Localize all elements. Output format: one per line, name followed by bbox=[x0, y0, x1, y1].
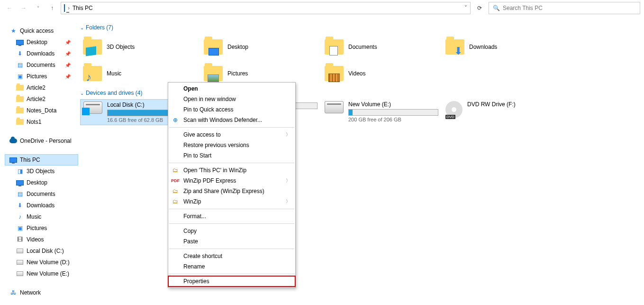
menu-item-label: Copy bbox=[183, 228, 197, 234]
drive-item[interactable]: New Volume (E:)200 GB free of 206 GB bbox=[322, 99, 443, 125]
folder-icon bbox=[83, 37, 102, 56]
nav-recent-button[interactable]: ˅ bbox=[32, 2, 44, 14]
item-label: 3D Objects bbox=[27, 168, 54, 175]
address-bar[interactable]: › This PC ˅ bbox=[61, 2, 471, 14]
folder-icon bbox=[325, 37, 344, 56]
nav-quick-item[interactable]: Article2 bbox=[5, 93, 78, 105]
nav-network-label: Network bbox=[20, 289, 41, 296]
nav-network[interactable]: 🖧 Network bbox=[5, 287, 78, 298]
nav-pc-item[interactable]: ▤Documents bbox=[5, 188, 78, 200]
this-pc-icon bbox=[9, 156, 17, 164]
item-label: Pictures bbox=[27, 73, 47, 80]
this-pc-icon bbox=[64, 5, 65, 11]
context-menu-item[interactable]: Open in new window bbox=[168, 94, 295, 104]
menu-item-label: WinZip PDF Express bbox=[183, 177, 236, 184]
nav-this-pc[interactable]: This PC bbox=[5, 154, 78, 166]
nav-pc-item[interactable]: ⬇Downloads bbox=[5, 200, 78, 211]
context-menu-item[interactable]: Copy bbox=[168, 226, 295, 236]
context-menu-item[interactable]: Open bbox=[168, 83, 295, 94]
item-icon: ◨ bbox=[16, 167, 24, 175]
context-menu-item[interactable]: 🗂Zip and Share (WinZip Express) bbox=[168, 186, 295, 196]
context-menu-item[interactable]: Rename bbox=[168, 261, 295, 272]
nav-quick-item[interactable]: Notes_Dota bbox=[5, 105, 78, 116]
folder-label: Desktop bbox=[227, 44, 248, 50]
item-icon bbox=[16, 259, 24, 266]
folder-icon: ♪ bbox=[83, 64, 102, 83]
folder-item[interactable]: Documents bbox=[322, 34, 443, 60]
nav-onedrive[interactable]: OneDrive - Personal bbox=[5, 135, 78, 147]
nav-pc-item[interactable]: New Volume (E:) bbox=[5, 268, 78, 279]
item-icon: ▣ bbox=[16, 224, 24, 232]
nav-quick-item[interactable]: Article2 bbox=[5, 82, 78, 93]
drive-item[interactable]: DVD RW Drive (F:) bbox=[443, 99, 563, 125]
drives-section-label: Devices and drives (4) bbox=[86, 90, 142, 96]
refresh-button[interactable]: ⟳ bbox=[473, 2, 486, 14]
search-input[interactable] bbox=[503, 5, 636, 11]
context-menu-item[interactable]: 🗂Open 'This PC' in WinZip bbox=[168, 165, 295, 176]
menu-item-icon bbox=[171, 277, 180, 286]
context-menu-item[interactable]: Pin to Start bbox=[168, 150, 295, 161]
context-menu-item[interactable]: Give access to〉 bbox=[168, 129, 295, 140]
folder-item[interactable]: 3D Objects bbox=[80, 34, 201, 60]
item-icon bbox=[16, 84, 24, 92]
folder-icon bbox=[325, 64, 344, 83]
address-dropdown-icon[interactable]: ˅ bbox=[464, 5, 467, 11]
search-box[interactable]: 🔍 bbox=[489, 2, 640, 14]
item-icon bbox=[16, 107, 24, 114]
nav-forward-button[interactable]: → bbox=[18, 2, 29, 14]
nav-quick-item[interactable]: ▤Documents📌 bbox=[5, 59, 78, 71]
item-icon bbox=[16, 247, 24, 255]
cloud-icon bbox=[9, 137, 17, 145]
item-icon: ▤ bbox=[16, 190, 24, 198]
nav-pc-item[interactable]: New Volume (D:) bbox=[5, 257, 78, 268]
context-menu-item[interactable]: ⊕Scan with Windows Defender... bbox=[168, 115, 295, 125]
context-menu-item[interactable]: PDFWinZip PDF Express〉 bbox=[168, 176, 295, 186]
nav-quick-item[interactable]: ⬇Downloads📌 bbox=[5, 48, 78, 59]
context-menu-item[interactable]: Pin to Quick access bbox=[168, 104, 295, 115]
folder-item[interactable]: Desktop bbox=[201, 34, 322, 60]
nav-pc-item[interactable]: 🎞Videos bbox=[5, 234, 78, 245]
context-menu-item[interactable]: Properties bbox=[168, 276, 295, 287]
nav-pc-item[interactable]: Desktop bbox=[5, 177, 78, 188]
folders-section-header[interactable]: ⌄ Folders (7) bbox=[80, 24, 642, 31]
drive-icon bbox=[325, 101, 344, 113]
item-label: Documents bbox=[27, 191, 55, 197]
item-label: New Volume (E:) bbox=[27, 270, 69, 277]
nav-up-button[interactable]: ↑ bbox=[46, 2, 58, 14]
breadcrumb-this-pc[interactable]: This PC bbox=[73, 5, 93, 11]
nav-back-button[interactable]: ← bbox=[4, 2, 15, 14]
nav-pc-item[interactable]: ◨3D Objects bbox=[5, 166, 78, 177]
menu-item-label: Create shortcut bbox=[183, 253, 222, 259]
folders-section-label: Folders (7) bbox=[86, 24, 113, 31]
menu-item-icon bbox=[171, 237, 180, 246]
folder-item[interactable]: Videos bbox=[322, 60, 443, 87]
nav-pc-item[interactable]: Local Disk (C:) bbox=[5, 245, 78, 257]
nav-onedrive-label: OneDrive - Personal bbox=[20, 138, 72, 144]
menu-item-label: Rename bbox=[183, 263, 205, 270]
context-menu-item[interactable]: Restore previous versions bbox=[168, 140, 295, 150]
item-icon: ♪ bbox=[16, 213, 24, 221]
context-menu-item[interactable]: 🗂WinZip〉 bbox=[168, 196, 295, 207]
nav-quick-item[interactable]: Desktop📌 bbox=[5, 37, 78, 48]
nav-quick-access[interactable]: ★ Quick access bbox=[5, 25, 78, 37]
folder-item[interactable]: ⬇Downloads bbox=[443, 34, 563, 60]
nav-pc-item[interactable]: ▣Pictures bbox=[5, 222, 78, 234]
context-menu-item[interactable]: Create shortcut bbox=[168, 251, 295, 261]
item-icon bbox=[16, 270, 24, 277]
menu-item-label: WinZip bbox=[183, 198, 201, 205]
item-icon: ⬇ bbox=[16, 202, 24, 209]
item-icon: ▣ bbox=[16, 73, 24, 80]
nav-quick-item[interactable]: Nots1 bbox=[5, 116, 78, 128]
menu-item-icon bbox=[171, 95, 180, 103]
menu-item-icon bbox=[171, 212, 180, 221]
context-menu-item[interactable]: Format... bbox=[168, 211, 295, 222]
context-menu-item[interactable]: Paste bbox=[168, 236, 295, 247]
nav-quick-item[interactable]: ▣Pictures📌 bbox=[5, 71, 78, 82]
folder-label: Music bbox=[107, 70, 121, 77]
search-icon: 🔍 bbox=[493, 5, 500, 11]
drives-section-header[interactable]: ⌄ Devices and drives (4) bbox=[80, 90, 642, 96]
nav-pc-item[interactable]: ♪Music bbox=[5, 211, 78, 222]
menu-item-icon bbox=[171, 105, 180, 114]
menu-item-label: Restore previous versions bbox=[183, 142, 249, 148]
menu-item-icon bbox=[171, 227, 180, 235]
